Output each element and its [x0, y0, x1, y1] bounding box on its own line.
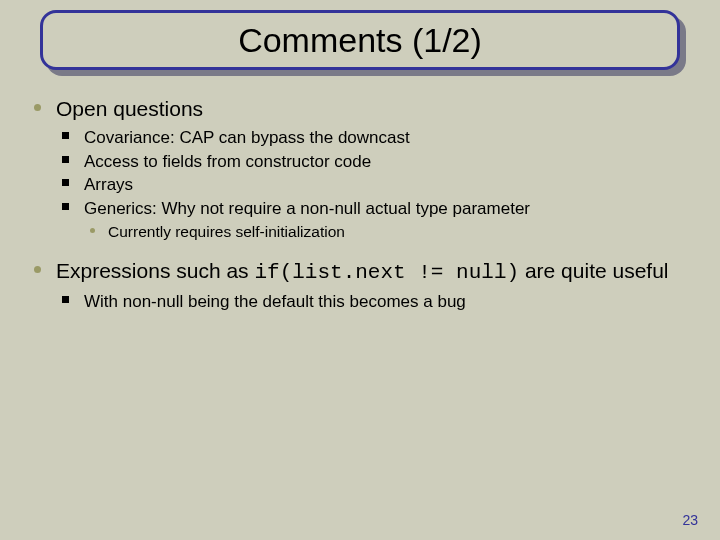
- dot-icon: [34, 104, 41, 111]
- bullet-text: Covariance: CAP can bypass the downcast: [84, 128, 410, 147]
- subbullet-covariance: Covariance: CAP can bypass the downcast: [62, 127, 694, 149]
- bullet-text: Generics: Why not require a non-null act…: [84, 199, 530, 218]
- slide: Comments (1/2) Open questions Covariance…: [0, 0, 720, 540]
- subbullet-generics: Generics: Why not require a non-null act…: [62, 198, 694, 220]
- subbullet-nonnull-default: With non-null being the default this bec…: [62, 291, 694, 313]
- bullet-text-pre: Expressions such as: [56, 259, 254, 282]
- subbullet-arrays: Arrays: [62, 174, 694, 196]
- bullet-text: With non-null being the default this bec…: [84, 292, 466, 311]
- page-number: 23: [682, 512, 698, 528]
- bullet-text: Arrays: [84, 175, 133, 194]
- title-frame: Comments (1/2): [40, 10, 680, 70]
- square-icon: [62, 156, 69, 163]
- title-container: Comments (1/2): [40, 10, 680, 72]
- bullet-text: Open questions: [56, 97, 203, 120]
- spacer: [34, 244, 694, 258]
- square-icon: [62, 179, 69, 186]
- code-snippet: if(list.next != null): [254, 261, 519, 284]
- body: Open questions Covariance: CAP can bypas…: [34, 96, 694, 314]
- bullet-text: Currently requires self-initialization: [108, 223, 345, 240]
- square-icon: [62, 203, 69, 210]
- dot-icon: [34, 266, 41, 273]
- subsubbullet-self-init: Currently requires self-initialization: [90, 222, 694, 242]
- square-icon: [62, 296, 69, 303]
- dot-icon: [90, 228, 95, 233]
- bullet-open-questions: Open questions: [34, 96, 694, 123]
- subbullet-access-fields: Access to fields from constructor code: [62, 151, 694, 173]
- bullet-expressions: Expressions such as if(list.next != null…: [34, 258, 694, 287]
- slide-title: Comments (1/2): [238, 21, 482, 60]
- square-icon: [62, 132, 69, 139]
- bullet-text-post: are quite useful: [519, 259, 668, 282]
- bullet-text: Access to fields from constructor code: [84, 152, 371, 171]
